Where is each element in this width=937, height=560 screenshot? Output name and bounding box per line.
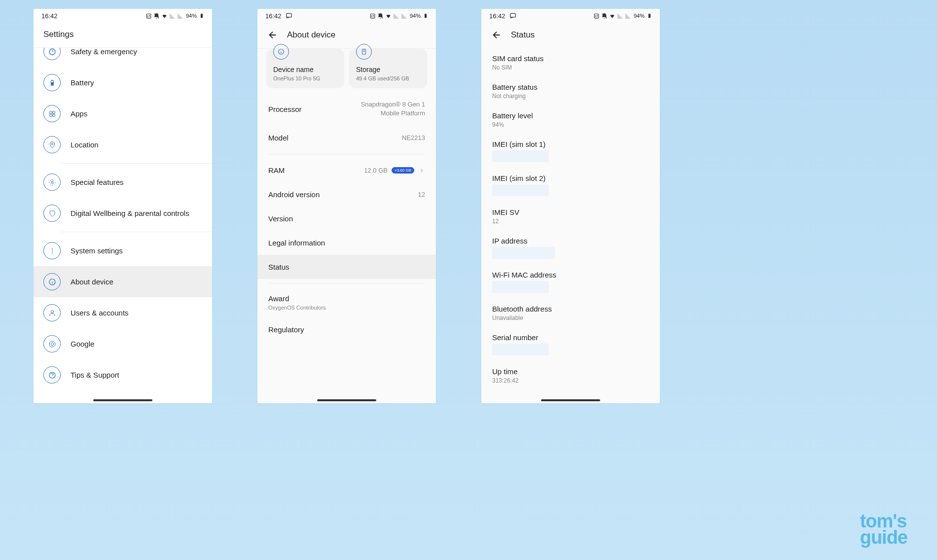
- settings-item-tips[interactable]: Tips & Support: [34, 359, 212, 390]
- status-icons: [593, 13, 631, 19]
- settings-label: Battery: [71, 78, 94, 87]
- settings-label: About device: [71, 278, 113, 286]
- uptime-item[interactable]: Up time 313:26:42: [481, 361, 660, 390]
- info-label: Android version: [268, 190, 320, 199]
- nav-pill[interactable]: [317, 399, 376, 401]
- settings-item-safety[interactable]: Safety & emergency: [34, 48, 212, 67]
- ram-value: 12.0 GB: [364, 167, 388, 174]
- dnd-icon: [377, 13, 384, 19]
- status-value: 313:26:42: [492, 377, 649, 384]
- status-label: SIM card status: [492, 54, 649, 63]
- award-row[interactable]: Award OxygenOS Contributors: [257, 287, 436, 317]
- storage-icon: [356, 44, 372, 60]
- status-bar: 16:42 94%: [257, 9, 436, 23]
- bluetooth-item[interactable]: Bluetooth address Unavailable: [481, 299, 660, 327]
- battery-level-item[interactable]: Battery level 94%: [481, 105, 660, 134]
- nfc-icon: [145, 13, 152, 19]
- phone-settings: 16:42 94% Settings Safety & eme: [34, 9, 212, 403]
- status-row[interactable]: Status: [257, 255, 436, 279]
- settings-item-special[interactable]: Special features: [34, 167, 212, 198]
- settings-label: Tips & Support: [71, 371, 119, 379]
- sim-status-item[interactable]: SIM card status No SIM: [481, 48, 660, 77]
- divider: [59, 232, 212, 232]
- settings-label: Apps: [71, 109, 87, 118]
- svg-rect-6: [51, 80, 53, 80]
- info-value: Snapdragon® 8 Gen 1 Mobile Platform: [351, 100, 425, 118]
- legal-row[interactable]: Legal information: [257, 231, 436, 255]
- info-icon: [273, 44, 289, 60]
- status-battery-pct: 94%: [634, 13, 645, 19]
- settings-item-system[interactable]: System settings: [34, 235, 212, 266]
- signal-icon-1: [393, 13, 399, 19]
- ram-row[interactable]: RAM 12.0 GB +3.00 GB: [257, 158, 436, 182]
- page-title: Status: [511, 30, 535, 40]
- battery-status-item[interactable]: Battery status Not charging: [481, 77, 660, 105]
- award-sub: OxygenOS Contributors: [268, 305, 425, 311]
- status-value: Not charging: [492, 93, 649, 100]
- users-icon: [43, 304, 61, 321]
- ip-item[interactable]: IP address: [481, 231, 660, 265]
- info-value: NE2213: [402, 134, 425, 141]
- card-subtitle: OnePlus 10 Pro 5G: [273, 75, 337, 81]
- info-label: Regulatory: [268, 325, 304, 334]
- info-label: Legal information: [268, 239, 325, 247]
- back-arrow-icon[interactable]: [491, 30, 502, 40]
- signal-icon-2: [177, 13, 183, 19]
- serial-item[interactable]: Serial number: [481, 327, 660, 361]
- ram-badge: +3.00 GB: [392, 167, 414, 174]
- card-subtitle: 49.4 GB used/256 GB: [356, 75, 420, 81]
- svg-rect-26: [425, 13, 426, 14]
- watermark: tom's guide: [860, 513, 907, 545]
- settings-item-location[interactable]: Location: [34, 129, 212, 160]
- settings-label: Users & accounts: [71, 309, 129, 317]
- settings-item-wellbeing[interactable]: Digital Wellbeing & parental controls: [34, 198, 212, 229]
- status-label: Up time: [492, 367, 649, 376]
- status-value: Unavailable: [492, 315, 649, 321]
- header: Status: [481, 23, 660, 48]
- processor-row[interactable]: Processor Snapdragon® 8 Gen 1 Mobile Pla…: [257, 92, 436, 126]
- status-battery-pct: 94%: [410, 13, 421, 19]
- android-row[interactable]: Android version 12: [257, 182, 436, 207]
- settings-item-google[interactable]: Google: [34, 328, 212, 359]
- settings-item-users[interactable]: Users & accounts: [34, 297, 212, 328]
- svg-rect-32: [649, 14, 650, 18]
- settings-item-battery[interactable]: Battery: [34, 67, 212, 98]
- storage-card[interactable]: Storage 49.4 GB used/256 GB: [349, 49, 427, 88]
- status-label: Wi-Fi MAC address: [492, 271, 649, 279]
- settings-label: Location: [71, 140, 99, 149]
- back-arrow-icon[interactable]: [267, 30, 278, 40]
- imei2-item[interactable]: IMEI (sim slot 2): [481, 168, 660, 202]
- nav-pill[interactable]: [541, 399, 600, 401]
- regulatory-row[interactable]: Regulatory: [257, 317, 436, 342]
- status-battery-pct: 94%: [186, 13, 197, 19]
- tips-icon: [43, 366, 61, 384]
- signal-icon-2: [625, 13, 631, 19]
- google-icon: [43, 335, 61, 352]
- wifi-icon: [161, 13, 168, 19]
- svg-point-20: [51, 343, 53, 345]
- status-time: 16:42: [265, 12, 282, 20]
- about-icon: [43, 273, 61, 290]
- settings-item-apps[interactable]: Apps: [34, 98, 212, 129]
- divider: [59, 163, 212, 164]
- status-label: IMEI SV: [492, 208, 649, 216]
- imei-sv-item[interactable]: IMEI SV 12: [481, 202, 660, 231]
- chevron-right-icon: [418, 167, 425, 174]
- masked-value: [492, 344, 549, 355]
- info-label: RAM: [268, 166, 285, 175]
- settings-item-about[interactable]: About device: [34, 266, 212, 297]
- status-icons: [369, 13, 407, 19]
- imei1-item[interactable]: IMEI (sim slot 1): [481, 134, 660, 168]
- nav-pill[interactable]: [93, 399, 152, 401]
- dnd-icon: [601, 13, 608, 19]
- version-row[interactable]: Version: [257, 207, 436, 231]
- battery-icon: [199, 12, 204, 20]
- status-list: SIM card status No SIM Battery status No…: [481, 48, 660, 403]
- info-label: Version: [268, 214, 293, 223]
- svg-rect-33: [649, 13, 650, 14]
- wifi-mac-item[interactable]: Wi-Fi MAC address: [481, 265, 660, 299]
- masked-value: [492, 247, 555, 259]
- model-row[interactable]: Model NE2213: [257, 126, 436, 150]
- system-icon: [43, 242, 61, 259]
- device-name-card[interactable]: Device name OnePlus 10 Pro 5G: [266, 49, 344, 88]
